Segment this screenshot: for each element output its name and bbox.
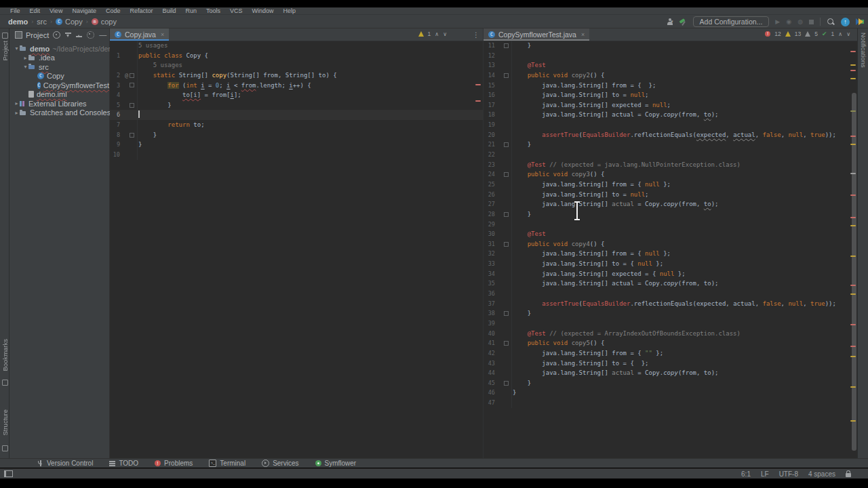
tree-item-copy[interactable]: CCopy: [9, 72, 109, 81]
settings-gear-icon[interactable]: [87, 31, 94, 39]
toolwindow-todo[interactable]: TODO: [109, 460, 138, 467]
menu-navigate[interactable]: Navigate: [67, 7, 101, 15]
toolwindow-toggle-icon[interactable]: [4, 470, 13, 477]
hide-panel-icon[interactable]: —: [99, 32, 106, 38]
indent-setting[interactable]: 4 spaces: [808, 470, 835, 478]
toolwindow-terminal[interactable]: >_Terminal: [209, 460, 245, 467]
error-stripe-mark[interactable]: [475, 100, 481, 102]
tree-item-demo-iml[interactable]: demo.iml: [9, 90, 109, 100]
file-encoding[interactable]: UTF-8: [779, 470, 798, 478]
tree-item-demo[interactable]: ▾demo~/IdeaProjects/demo: [9, 44, 109, 54]
menu-code[interactable]: Code: [101, 7, 125, 15]
tool-stripe-bookmarks[interactable]: Bookmarks: [1, 339, 9, 371]
menu-edit[interactable]: Edit: [25, 7, 45, 15]
project-panel-title[interactable]: Project: [15, 31, 49, 39]
inspections-widget-right[interactable]: !12 13 5 ✔1 ∧ ∨: [765, 30, 850, 37]
fold-marker-icon[interactable]: [130, 83, 134, 87]
fold-marker-icon[interactable]: [504, 242, 509, 247]
usages-inlay-hint[interactable]: 5 usages: [138, 62, 182, 68]
error-stripe-mark[interactable]: [850, 256, 856, 257]
error-stripe-mark[interactable]: [850, 386, 856, 388]
tree-item-scratches-and-consoles[interactable]: ▸Scratches and Consoles: [9, 108, 109, 118]
caret-position[interactable]: 6:1: [741, 470, 751, 478]
update-notification-icon[interactable]: ↑: [841, 18, 850, 26]
plugin-icon[interactable]: [856, 18, 864, 26]
menu-tools[interactable]: Tools: [201, 7, 225, 15]
tab-copysymflowertest-java[interactable]: C CopySymflowerTest.java ×: [484, 28, 589, 41]
tree-arrow-icon[interactable]: ▾: [14, 45, 20, 52]
menu-vcs[interactable]: VCS: [225, 7, 248, 15]
inspections-widget-left[interactable]: 1 ∧ ∨: [418, 30, 447, 37]
fold-marker-icon[interactable]: [130, 103, 134, 108]
menu-run[interactable]: Run: [180, 7, 201, 15]
menu-view[interactable]: View: [45, 7, 67, 15]
menu-help[interactable]: Help: [279, 7, 301, 15]
tree-arrow-icon[interactable]: ▸: [22, 55, 28, 61]
fold-marker-icon[interactable]: [130, 133, 134, 138]
fold-marker-icon[interactable]: [504, 311, 509, 316]
readonly-lock-icon[interactable]: [846, 473, 851, 477]
toolwindow-problems[interactable]: !Problems: [155, 460, 193, 467]
next-problem-icon[interactable]: ∨: [846, 31, 850, 37]
error-stripe-mark[interactable]: [850, 78, 856, 79]
build-hammer-icon[interactable]: [679, 18, 687, 26]
fold-marker-icon[interactable]: [504, 381, 509, 386]
search-everywhere-icon[interactable]: [827, 18, 835, 26]
error-stripe-mark[interactable]: [850, 225, 856, 226]
error-stripe-mark[interactable]: [850, 420, 856, 422]
close-tab-icon[interactable]: ×: [581, 31, 585, 38]
add-configuration-button[interactable]: Add Configuration...: [693, 16, 770, 27]
error-stripe-mark[interactable]: [850, 293, 856, 295]
error-stripe-mark[interactable]: [850, 217, 856, 218]
error-stripe-mark[interactable]: [850, 110, 856, 112]
tree-item-external-libraries[interactable]: ▸External Libraries: [9, 99, 109, 108]
breadcrumb-src[interactable]: src: [37, 18, 47, 26]
toolwindow-version-control[interactable]: Version Control: [37, 460, 93, 467]
menu-build[interactable]: Build: [157, 7, 180, 15]
tree-arrow-icon[interactable]: ▸: [14, 100, 20, 106]
fold-marker-icon[interactable]: [504, 43, 509, 48]
menu-window[interactable]: Window: [248, 7, 279, 15]
user-account-icon[interactable]: ▾: [667, 18, 673, 25]
fold-marker-icon[interactable]: [504, 142, 509, 147]
tool-stripe-structure[interactable]: Structure: [1, 409, 9, 436]
locate-file-icon[interactable]: [53, 31, 60, 39]
tab-copy-java[interactable]: C Copy.java ×: [110, 28, 169, 41]
error-stripe-mark[interactable]: [850, 51, 856, 52]
tree-item--idea[interactable]: ▸.idea: [9, 54, 109, 63]
tree-arrow-icon[interactable]: ▾: [22, 64, 28, 70]
tool-stripe-project[interactable]: Project: [1, 41, 9, 61]
error-stripe-mark[interactable]: [850, 346, 856, 347]
collapse-all-icon[interactable]: [76, 32, 82, 38]
fold-marker-icon[interactable]: [504, 212, 509, 217]
error-stripe-mark[interactable]: [850, 285, 856, 286]
next-problem-icon[interactable]: ∨: [443, 31, 447, 37]
fold-marker-icon[interactable]: [504, 73, 509, 78]
fold-marker-icon[interactable]: [504, 341, 509, 346]
expand-all-icon[interactable]: [65, 32, 71, 38]
breadcrumb-copy[interactable]: CCopy: [56, 18, 83, 26]
menu-file[interactable]: File: [5, 7, 25, 15]
editor-copysymflowertest-java[interactable]: 11 }1213 @Test14 public void copy2() {15…: [484, 41, 857, 458]
error-stripe-mark[interactable]: [850, 64, 856, 66]
tool-stripe-notifications[interactable]: Notifications: [860, 33, 867, 68]
close-tab-icon[interactable]: ×: [161, 31, 164, 38]
breadcrumb-demo[interactable]: demo: [8, 18, 28, 26]
error-stripe-mark[interactable]: [850, 195, 856, 196]
error-stripe-mark[interactable]: [850, 70, 856, 71]
breadcrumb-copy[interactable]: mcopy: [92, 18, 117, 26]
error-stripe-mark[interactable]: [475, 84, 481, 85]
prev-problem-icon[interactable]: ∧: [838, 31, 842, 37]
fold-marker-icon[interactable]: [130, 73, 134, 78]
editor-options-kebab-icon[interactable]: ⋮: [473, 31, 483, 39]
error-stripe-mark[interactable]: [850, 144, 856, 145]
scrollbar-thumb[interactable]: [852, 93, 856, 451]
fold-marker-icon[interactable]: [504, 172, 509, 177]
menu-refactor[interactable]: Refactor: [125, 7, 157, 15]
tree-arrow-icon[interactable]: ▸: [14, 110, 20, 116]
usages-inlay-hint[interactable]: 5 usages: [138, 42, 167, 49]
line-separator[interactable]: LF: [761, 470, 769, 478]
error-stripe-mark[interactable]: [850, 173, 856, 174]
tree-item-src[interactable]: ▾src: [9, 62, 109, 72]
toolwindow-symflower[interactable]: Symflower: [315, 460, 357, 467]
